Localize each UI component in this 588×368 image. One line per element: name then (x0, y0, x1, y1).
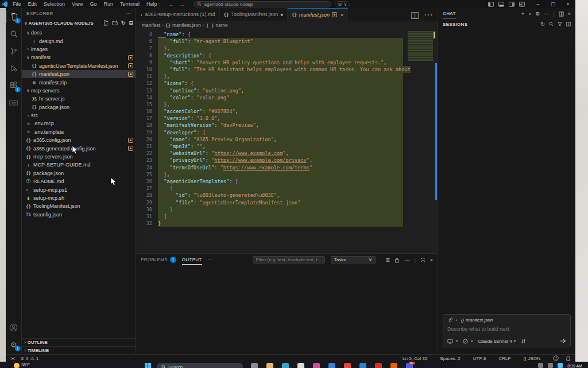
chevron-down-icon[interactable]: ∨ (470, 339, 473, 343)
context-file-chip[interactable]: {} manifest.json (461, 317, 493, 323)
clear-output-icon[interactable]: ≣ (386, 257, 390, 263)
start-button[interactable] (145, 363, 151, 368)
feedback-smiley-icon[interactable] (553, 355, 559, 361)
menu-run[interactable]: Run (100, 1, 117, 7)
tree-item-package-json[interactable]: {}package.json (22, 169, 136, 177)
tree-item-src[interactable]: ›src (22, 111, 136, 119)
nav-forward-icon[interactable]: → (179, 1, 184, 7)
system-tray[interactable]: 8:19 AM (538, 363, 582, 368)
output-channel-select[interactable]: Tasks ∨ (331, 256, 376, 264)
code-line[interactable]: 7 }, (136, 45, 403, 52)
notifications-bell-icon[interactable] (566, 355, 571, 361)
close-chat-icon[interactable]: × (568, 11, 571, 17)
model-picker[interactable]: Claude Sonnet 4 ∨ (478, 339, 516, 344)
tab-output[interactable]: OUTPUT (182, 255, 202, 265)
code-line[interactable]: 14 "color": "color.png" (136, 94, 403, 101)
tab-manifest-json[interactable]: {}manifest.json× (288, 8, 348, 21)
menu-view[interactable]: View (68, 1, 86, 7)
project-root-row[interactable]: ∨ AGENT365-CLAUDE-NODEJS ↻ ⊟ (22, 18, 136, 28)
tree-item--env-mcp[interactable]: ⚙.env.mcp (22, 119, 136, 127)
tree-item-package-json[interactable]: {}package.json (22, 103, 136, 111)
code-line[interactable]: 27 { (136, 185, 403, 192)
tree-item-manifest[interactable]: ∨manifest (22, 53, 136, 61)
agent365-view-icon[interactable]: 365 (6, 94, 22, 111)
new-file-icon[interactable] (103, 20, 109, 26)
filter-sessions-icon[interactable] (558, 22, 562, 26)
modified-dot-icon[interactable]: ● (280, 12, 283, 17)
code-line[interactable]: 28 "id": "\u003Cauto-generated\u003E", (136, 192, 403, 199)
tree-item-a365-generated-config-json[interactable]: {}a365.generated.config.json (22, 144, 136, 152)
timeline-section[interactable]: › TIMELINE (22, 346, 136, 354)
open-chat-editor-icon[interactable] (559, 11, 564, 17)
problems-status[interactable]: ⊘0 ⚠1 (20, 356, 38, 361)
code-line[interactable]: 26 "agenticUserTemplates": [ (136, 178, 403, 185)
code-line[interactable]: 12 "icons": { (136, 80, 403, 87)
taskbar-app-chrome[interactable] (344, 363, 351, 368)
tree-item-tsconfig-json[interactable]: TStsconfig.json (22, 211, 136, 219)
code-line[interactable]: 8 "description": { (136, 52, 403, 59)
chat-more-actions-icon[interactable]: ⋯ (544, 11, 549, 17)
command-center[interactable]: agent365-claude-nodejs (194, 1, 331, 7)
explorer-more-actions-icon[interactable]: ⋯ (126, 11, 131, 16)
menu-selection[interactable]: Selection (40, 1, 68, 7)
search-view-icon[interactable] (6, 25, 22, 42)
tree-item--env-template[interactable]: ⚙.env.template (22, 128, 136, 136)
editor-scrollbar[interactable] (435, 63, 437, 200)
explorer-icon[interactable]: 1 (6, 8, 22, 25)
tree-item-design-md[interactable]: ↓design.md (22, 37, 136, 45)
chat-settings-gear-icon[interactable]: ⚙ (535, 11, 540, 17)
code-line[interactable]: 20 "name": "A365 Preview Organization", (136, 136, 403, 143)
encoding[interactable]: UTF-8 (473, 356, 486, 361)
chevron-down-icon[interactable]: ∨ (455, 339, 458, 343)
code-line[interactable]: 18 "manifestVersion": "devPreview", (136, 122, 403, 129)
split-editor-icon[interactable]: ◫ (411, 9, 419, 20)
code-line[interactable]: 10 "full": "The HR Assistant helps emplo… (136, 66, 403, 73)
attach-paperclip-icon[interactable] (447, 317, 452, 323)
extensions-icon[interactable]: 1 (6, 77, 22, 94)
tree-item-manifest-zip[interactable]: ▦manifest.zip (22, 78, 136, 86)
tab-a365-setup-instructions-1-md[interactable]: ↓a365-setup-instructions (1).md (136, 8, 220, 21)
toggle-secondary-sidebar-icon[interactable] (509, 2, 514, 7)
toggle-sidebar-icon[interactable] (488, 2, 494, 7)
breadcrumb[interactable]: manifest › {} manifest.json › { } name (136, 21, 438, 30)
code-line[interactable]: 24 "termsOfUseUrl": "https://www.example… (136, 164, 403, 171)
taskbar-app-gmail[interactable] (375, 363, 382, 368)
taskbar-app-firefox[interactable] (390, 363, 397, 368)
weather-widget[interactable]: 38°F (14, 362, 30, 368)
run-debug-icon[interactable] (6, 60, 22, 77)
lock-scroll-icon[interactable] (394, 257, 400, 263)
output-filter-input[interactable]: Filter (e.g. text, !exclude text, t... (253, 256, 325, 264)
source-control-icon[interactable] (6, 42, 22, 60)
window-close-button[interactable]: × (560, 1, 575, 7)
add-context-icon[interactable]: + (455, 317, 458, 323)
taskbar-app-app-white[interactable] (297, 363, 304, 368)
code-line[interactable]: 25 }, (136, 171, 403, 178)
code-line[interactable]: 32} (136, 220, 403, 227)
tree-item-hr-server-js[interactable]: JShr-server.js (22, 95, 136, 103)
editor-more-actions-icon[interactable]: ⋯ (424, 9, 433, 20)
tree-item-mcp-servers-json[interactable]: {}mcp-servers.json (22, 153, 136, 161)
collapse-folders-icon[interactable]: ⊟ (129, 20, 133, 26)
copilot-menu[interactable]: ∨ (335, 1, 350, 7)
tree-item-readme-md[interactable]: ⓘREADME.md (22, 177, 136, 185)
code-line[interactable]: 19 "developer": { (136, 129, 403, 136)
tab-chat[interactable]: CHAT (443, 9, 456, 18)
code-line[interactable]: 9 "short": "Answers HR policy questions … (136, 59, 403, 66)
minimap[interactable] (408, 31, 433, 61)
menu-go[interactable]: Go (86, 1, 100, 7)
code-line[interactable]: 15 }, (136, 101, 403, 108)
chevron-down-icon[interactable]: ∨ (528, 11, 531, 16)
code-line[interactable]: 11 }, (136, 73, 403, 80)
tree-item-setup-mcp-ps1[interactable]: >_setup-mcp.ps1 (22, 185, 136, 193)
cursor-position[interactable]: Ln 5, Col 35 (403, 356, 427, 361)
code-line[interactable]: 22 "websiteUrl": "https://www.example.co… (136, 150, 403, 157)
send-icon[interactable] (560, 338, 566, 344)
language-mode[interactable]: {} JSON (523, 356, 540, 361)
code-editor[interactable]: 4 "name": {6 "full": "hr-agent Blueprint… (136, 30, 438, 253)
tree-item-setup-mcp-sh[interactable]: $setup-mcp.sh (22, 194, 136, 202)
settings-gear-icon[interactable]: ⚙ 1 (6, 336, 22, 353)
tab-problems[interactable]: PROBLEMS 1 (141, 255, 176, 265)
window-minimize-button[interactable]: – (531, 1, 546, 7)
chat-input-box[interactable]: + {} manifest.json Describe what to buil… (443, 314, 571, 347)
account-icon[interactable] (6, 319, 22, 336)
